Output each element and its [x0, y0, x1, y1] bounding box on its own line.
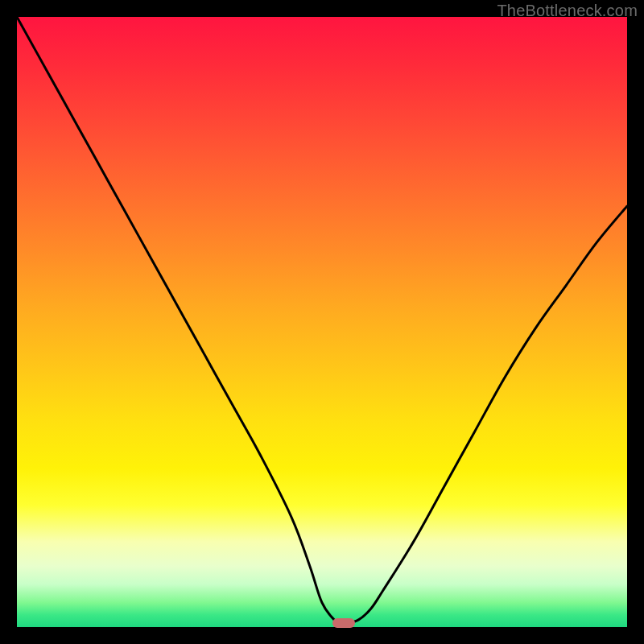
bottleneck-curve: [17, 17, 627, 627]
chart-frame: [17, 17, 627, 627]
optimal-point-marker: [332, 618, 355, 628]
